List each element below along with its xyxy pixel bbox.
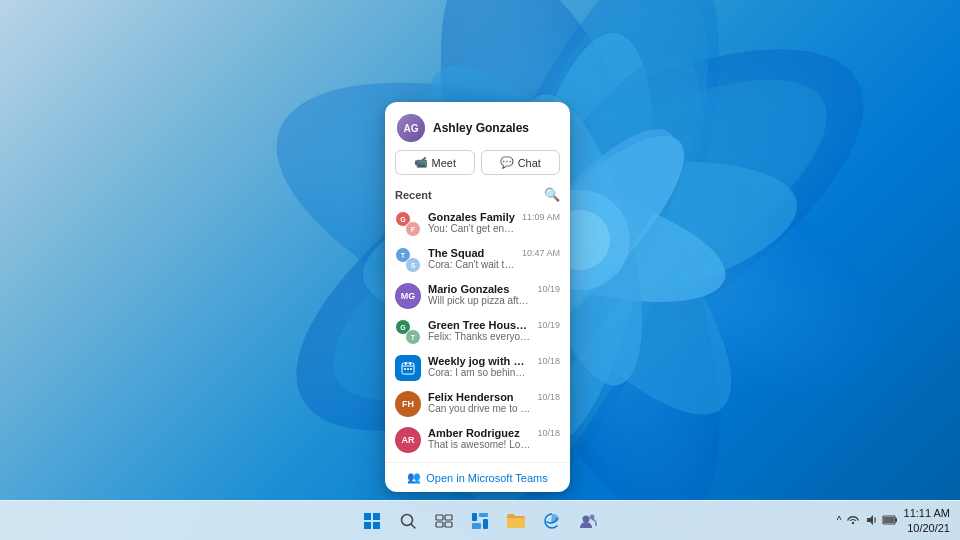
- network-icon[interactable]: [846, 513, 860, 529]
- system-tray-icons[interactable]: ^: [837, 513, 898, 529]
- chat-popup: AG Ashley Gonzales 📹 Meet 💬 Chat Recent …: [385, 102, 570, 492]
- teams-icon: 👥: [407, 471, 421, 484]
- svg-rect-21: [407, 368, 409, 370]
- open-teams-link[interactable]: 👥 Open in Microsoft Teams: [385, 462, 570, 492]
- chevron-icon[interactable]: ^: [837, 515, 842, 526]
- person-avatar: AR: [395, 427, 421, 453]
- chat-label: Chat: [518, 157, 541, 169]
- conversation-name: Gonzales Family: [428, 211, 515, 223]
- conversation-preview: Cora: Can't wait to see everyone!: [428, 259, 515, 270]
- svg-point-39: [851, 521, 853, 523]
- conversation-time: 11:09 AM: [522, 211, 560, 222]
- conversation-content: The Squad Cora: Can't wait to see everyo…: [428, 247, 515, 270]
- battery-icon: [882, 513, 898, 529]
- person-avatar: FH: [395, 391, 421, 417]
- clock-date: 10/20/21: [904, 521, 950, 535]
- conversation-content: Felix Henderson Can you drive me to the …: [428, 391, 530, 414]
- open-teams-label: Open in Microsoft Teams: [426, 472, 547, 484]
- group-avatar: G T: [395, 319, 421, 345]
- svg-rect-31: [436, 522, 443, 527]
- conversation-name: The Squad: [428, 247, 515, 259]
- svg-rect-25: [364, 522, 371, 529]
- conversation-item[interactable]: Weekly jog with Cora Cora: I am so behin…: [395, 350, 560, 386]
- widgets-button[interactable]: [464, 505, 496, 537]
- meet-button[interactable]: 📹 Meet: [395, 150, 475, 175]
- conversation-item[interactable]: FH Felix Henderson Can you drive me to t…: [395, 386, 560, 422]
- action-buttons: 📹 Meet 💬 Chat: [385, 150, 570, 183]
- search-icon[interactable]: 🔍: [544, 187, 560, 202]
- taskbar-center: [356, 505, 604, 537]
- conversation-item[interactable]: T S The Squad Cora: Can't wait to see ev…: [395, 242, 560, 278]
- user-avatar: AG: [397, 114, 425, 142]
- meet-label: Meet: [432, 157, 456, 169]
- start-button[interactable]: [356, 505, 388, 537]
- recent-label: Recent: [395, 189, 432, 201]
- conversation-time: 10/19: [537, 319, 560, 330]
- svg-rect-36: [483, 519, 488, 529]
- svg-rect-35: [472, 523, 481, 529]
- svg-rect-33: [472, 513, 477, 521]
- svg-rect-24: [373, 513, 380, 520]
- task-view-button[interactable]: [428, 505, 460, 537]
- group-avatar: T S: [395, 247, 421, 273]
- recent-section: Recent 🔍 G F Gonzales Family You: Can't …: [385, 183, 570, 460]
- taskbar-clock[interactable]: 11:11 AM 10/20/21: [904, 506, 950, 535]
- svg-rect-41: [884, 517, 894, 523]
- conversation-content: Green Tree House PTA Felix: Thanks every…: [428, 319, 530, 342]
- calendar-avatar: [395, 355, 421, 381]
- volume-icon[interactable]: [864, 513, 878, 529]
- svg-rect-30: [445, 515, 452, 520]
- conversation-time: 10/18: [537, 355, 560, 366]
- conversation-preview: You: Can't get enough of her.: [428, 223, 515, 234]
- file-explorer-button[interactable]: [500, 505, 532, 537]
- conversation-name: Mario Gonzales: [428, 283, 530, 295]
- svg-rect-34: [479, 513, 488, 517]
- svg-rect-32: [445, 522, 452, 527]
- svg-rect-18: [405, 362, 407, 365]
- desktop: AG Ashley Gonzales 📹 Meet 💬 Chat Recent …: [0, 0, 960, 540]
- svg-rect-26: [373, 522, 380, 529]
- conversation-preview: That is awesome! Love it!: [428, 439, 530, 450]
- person-avatar: MG: [395, 283, 421, 309]
- taskbar-right: ^: [837, 506, 960, 535]
- svg-rect-20: [404, 368, 406, 370]
- conversation-content: Amber Rodriguez That is awesome! Love it…: [428, 427, 530, 450]
- chat-icon: 💬: [500, 156, 514, 169]
- conversation-preview: Cora: I am so behind on my step goals.: [428, 367, 530, 378]
- chat-button[interactable]: 💬 Chat: [481, 150, 561, 175]
- conversation-name: Weekly jog with Cora: [428, 355, 530, 367]
- conversation-item[interactable]: AR Amber Rodriguez That is awesome! Love…: [395, 422, 560, 458]
- search-taskbar-button[interactable]: [392, 505, 424, 537]
- conversation-content: Weekly jog with Cora Cora: I am so behin…: [428, 355, 530, 378]
- conversation-name: Felix Henderson: [428, 391, 530, 403]
- svg-rect-22: [410, 368, 412, 370]
- conversation-name: Green Tree House PTA: [428, 319, 530, 331]
- group-avatar: G F: [395, 211, 421, 237]
- conversation-name: Amber Rodriguez: [428, 427, 530, 439]
- conversation-time: 10:47 AM: [522, 247, 560, 258]
- taskbar: ^: [0, 500, 960, 540]
- chat-popup-header: AG Ashley Gonzales: [385, 102, 570, 150]
- conversation-content: Mario Gonzales Will pick up pizza after …: [428, 283, 530, 306]
- conversation-preview: Felix: Thanks everyone for attending tod…: [428, 331, 530, 342]
- conversation-item[interactable]: G T Green Tree House PTA Felix: Thanks e…: [395, 314, 560, 350]
- teams-chat-taskbar-button[interactable]: [572, 505, 604, 537]
- svg-line-28: [412, 524, 416, 528]
- meet-icon: 📹: [414, 156, 428, 169]
- svg-point-27: [402, 514, 413, 525]
- conversation-item[interactable]: MG Mario Gonzales Will pick up pizza aft…: [395, 278, 560, 314]
- conversation-time: 10/18: [537, 391, 560, 402]
- edge-browser-button[interactable]: [536, 505, 568, 537]
- conversation-preview: Can you drive me to the PTA today?: [428, 403, 530, 414]
- svg-rect-23: [364, 513, 371, 520]
- conversations-list: G F Gonzales Family You: Can't get enoug…: [395, 206, 560, 458]
- conversation-content: Gonzales Family You: Can't get enough of…: [428, 211, 515, 234]
- conversation-item[interactable]: G F Gonzales Family You: Can't get enoug…: [395, 206, 560, 242]
- recent-header: Recent 🔍: [395, 187, 560, 202]
- user-display-name: Ashley Gonzales: [433, 121, 529, 135]
- svg-rect-29: [436, 515, 443, 520]
- conversation-time: 10/19: [537, 283, 560, 294]
- conversation-preview: Will pick up pizza after my practice.: [428, 295, 530, 306]
- svg-point-37: [583, 515, 590, 522]
- svg-rect-19: [410, 362, 412, 365]
